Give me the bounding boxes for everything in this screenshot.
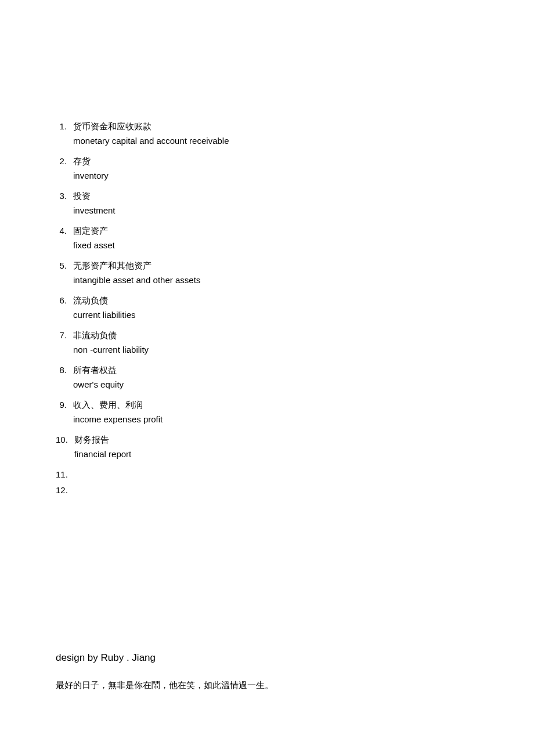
list-item: 11.	[56, 468, 478, 482]
list-item: 3. 投资 investment	[56, 190, 478, 217]
chinese-term: 所有者权益	[73, 364, 478, 377]
item-number: 1.	[56, 120, 73, 147]
list-item: 9. 收入、费用、利润 income expenses profit	[56, 399, 478, 426]
item-number: 7.	[56, 329, 73, 356]
list-item: 6. 流动负债 current liabilities	[56, 294, 478, 321]
footer: design by Ruby . Jiang 最好的日子，無非是你在鬧，他在笑，…	[56, 652, 273, 691]
english-term: intangible asset and other assets	[73, 274, 478, 287]
list-item: 12.	[56, 484, 478, 497]
list-item: 1. 货币资金和应收账款 monetary capital and accoun…	[56, 120, 478, 147]
chinese-term: 固定资产	[73, 225, 478, 238]
item-number: 11.	[56, 468, 74, 482]
chinese-term: 投资	[73, 190, 478, 203]
item-number: 3.	[56, 190, 73, 217]
item-number: 12.	[56, 484, 74, 497]
item-number: 9.	[56, 399, 73, 426]
chinese-term: 非流动负债	[73, 329, 478, 342]
english-term: ower's equity	[73, 378, 478, 392]
english-term: inventory	[73, 169, 478, 183]
english-term: investment	[73, 204, 478, 218]
item-number: 2.	[56, 155, 73, 182]
list-item: 5. 无形资产和其他资产 intangible asset and other …	[56, 259, 478, 287]
designer-credit: design by Ruby . Jiang	[56, 652, 273, 664]
footer-quote: 最好的日子，無非是你在鬧，他在笑，如此溫情過一生。	[56, 680, 273, 691]
list-item: 10. 财务报告 financial report	[56, 433, 478, 461]
english-term: non -current liability	[73, 343, 478, 357]
item-number: 5.	[56, 259, 73, 287]
english-term: fixed asset	[73, 239, 478, 252]
item-number: 8.	[56, 364, 73, 391]
english-term: financial report	[74, 448, 478, 461]
chinese-term: 财务报告	[74, 433, 478, 447]
chinese-term: 无形资产和其他资产	[73, 259, 478, 273]
english-term: current liabilities	[73, 309, 478, 322]
document-content: 1. 货币资金和应收账款 monetary capital and accoun…	[0, 0, 534, 497]
chinese-term: 存货	[73, 155, 478, 168]
item-number: 4.	[56, 225, 73, 252]
english-term: income expenses profit	[73, 413, 478, 426]
chinese-term: 货币资金和应收账款	[73, 120, 478, 133]
chinese-term: 流动负债	[73, 294, 478, 308]
chinese-term: 收入、费用、利润	[73, 399, 478, 412]
item-number: 6.	[56, 294, 73, 321]
item-number: 10.	[56, 433, 74, 461]
english-term: monetary capital and account receivable	[73, 135, 478, 148]
list-item: 8. 所有者权益 ower's equity	[56, 364, 478, 391]
terms-list: 1. 货币资金和应收账款 monetary capital and accoun…	[56, 120, 478, 497]
list-item: 4. 固定资产 fixed asset	[56, 225, 478, 252]
list-item: 7. 非流动负债 non -current liability	[56, 329, 478, 356]
list-item: 2. 存货 inventory	[56, 155, 478, 182]
